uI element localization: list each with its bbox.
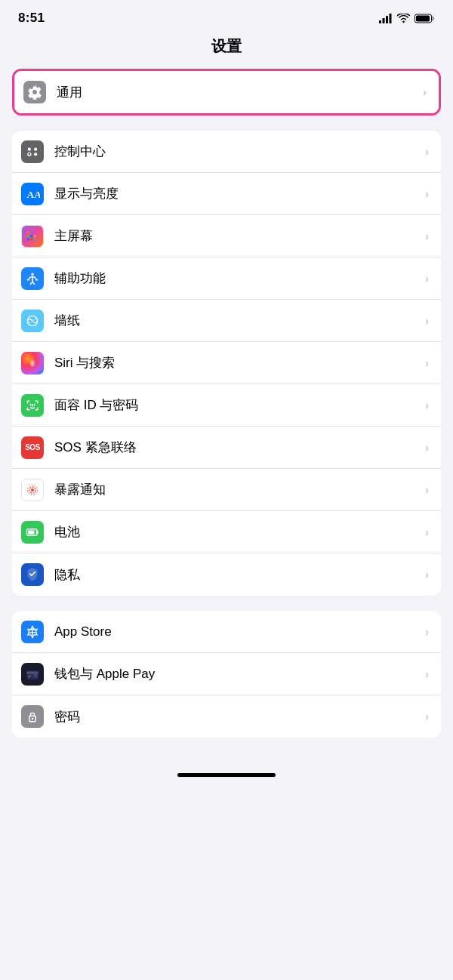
svg-rect-12 — [27, 231, 29, 233]
battery-settings-icon — [21, 521, 44, 544]
battery-label: 电池 — [54, 523, 425, 541]
settings-item-control-center[interactable]: 控制中心 › — [12, 131, 441, 173]
display-icon: AA — [21, 183, 44, 205]
passwords-icon — [21, 705, 44, 728]
svg-point-41 — [32, 718, 34, 720]
settings-section-1: 通用 › — [12, 69, 441, 116]
svg-rect-18 — [27, 238, 29, 240]
svg-rect-14 — [34, 231, 36, 233]
svg-rect-1 — [383, 18, 385, 23]
svg-point-10 — [34, 153, 37, 156]
svg-point-28 — [31, 488, 34, 491]
wallpaper-label: 墙纸 — [54, 312, 425, 329]
svg-rect-36 — [34, 674, 38, 676]
settings-item-battery[interactable]: 电池 › — [12, 511, 441, 553]
svg-point-24 — [31, 360, 33, 365]
svg-point-4 — [402, 20, 404, 22]
privacy-icon — [21, 563, 44, 586]
settings-item-general[interactable]: 通用 › — [14, 71, 439, 113]
appstore-label: App Store — [54, 624, 425, 639]
svg-rect-2 — [386, 16, 388, 23]
settings-item-siri[interactable]: Siri 与搜索 › — [12, 342, 441, 384]
svg-rect-6 — [416, 15, 430, 21]
general-icon — [23, 81, 46, 103]
svg-point-8 — [34, 147, 37, 150]
settings-item-wallet[interactable]: 钱包与 Apple Pay › — [12, 653, 441, 695]
svg-rect-32 — [28, 530, 34, 534]
svg-rect-17 — [34, 234, 36, 236]
svg-rect-16 — [30, 234, 32, 236]
svg-rect-0 — [379, 20, 381, 23]
appstore-icon — [21, 621, 44, 643]
svg-point-7 — [28, 147, 31, 150]
settings-item-appstore[interactable]: App Store › — [12, 611, 441, 653]
signal-icon — [379, 14, 393, 23]
wallpaper-icon — [21, 310, 44, 332]
status-icons — [379, 14, 435, 23]
exposure-label: 暴露通知 — [54, 481, 425, 498]
sos-icon: SOS — [21, 436, 44, 459]
settings-section-2: 控制中心 › AA 显示与亮度 › 主屏幕 › — [12, 131, 441, 596]
settings-section-3: App Store › 钱包与 Apple Pay › — [12, 611, 441, 738]
faceid-icon — [21, 394, 44, 417]
settings-item-exposure[interactable]: 暴露通知 › — [12, 469, 441, 511]
bottom-area — [0, 753, 453, 783]
settings-item-privacy[interactable]: 隐私 › — [12, 553, 441, 596]
control-center-icon — [21, 140, 44, 163]
svg-point-9 — [28, 153, 31, 156]
battery-icon — [414, 14, 435, 23]
general-chevron: › — [423, 86, 427, 98]
display-label: 显示与亮度 — [54, 185, 425, 202]
settings-item-display[interactable]: AA 显示与亮度 › — [12, 173, 441, 215]
settings-item-sos[interactable]: SOS SOS 紧急联络 › — [12, 427, 441, 469]
svg-rect-35 — [27, 672, 39, 673]
accessibility-label: 辅助功能 — [54, 270, 425, 287]
wallet-label: 钱包与 Apple Pay — [54, 665, 425, 683]
home-indicator — [177, 773, 276, 777]
page-title: 设置 — [0, 30, 453, 69]
settings-item-home-screen[interactable]: 主屏幕 › — [12, 215, 441, 257]
svg-rect-13 — [30, 231, 32, 233]
status-bar: 8:51 — [0, 0, 453, 30]
svg-rect-3 — [390, 14, 392, 23]
general-label: 通用 — [57, 84, 423, 101]
status-time: 8:51 — [18, 11, 45, 26]
svg-point-21 — [31, 273, 33, 275]
settings-item-wallpaper[interactable]: 墙纸 › — [12, 300, 441, 342]
settings-item-passwords[interactable]: 密码 › — [12, 695, 441, 738]
control-center-label: 控制中心 — [54, 143, 425, 160]
siri-icon — [21, 352, 44, 374]
faceid-label: 面容 ID 与密码 — [54, 396, 425, 414]
wallet-icon — [21, 663, 44, 686]
settings-item-faceid[interactable]: 面容 ID 与密码 › — [12, 384, 441, 427]
svg-rect-38 — [28, 675, 31, 676]
svg-rect-15 — [27, 234, 29, 236]
svg-rect-19 — [30, 238, 32, 240]
wifi-icon — [397, 14, 410, 23]
privacy-label: 隐私 — [54, 566, 425, 584]
home-screen-label: 主屏幕 — [54, 227, 425, 245]
siri-label: Siri 与搜索 — [54, 354, 425, 371]
home-screen-icon — [21, 225, 44, 248]
settings-item-accessibility[interactable]: 辅助功能 › — [12, 257, 441, 300]
svg-text:AA: AA — [27, 189, 41, 200]
accessibility-icon — [21, 267, 44, 290]
svg-rect-39 — [28, 676, 30, 677]
exposure-icon — [21, 479, 44, 501]
passwords-label: 密码 — [54, 708, 425, 726]
svg-rect-20 — [34, 238, 36, 240]
sos-label: SOS 紧急联络 — [54, 439, 425, 456]
